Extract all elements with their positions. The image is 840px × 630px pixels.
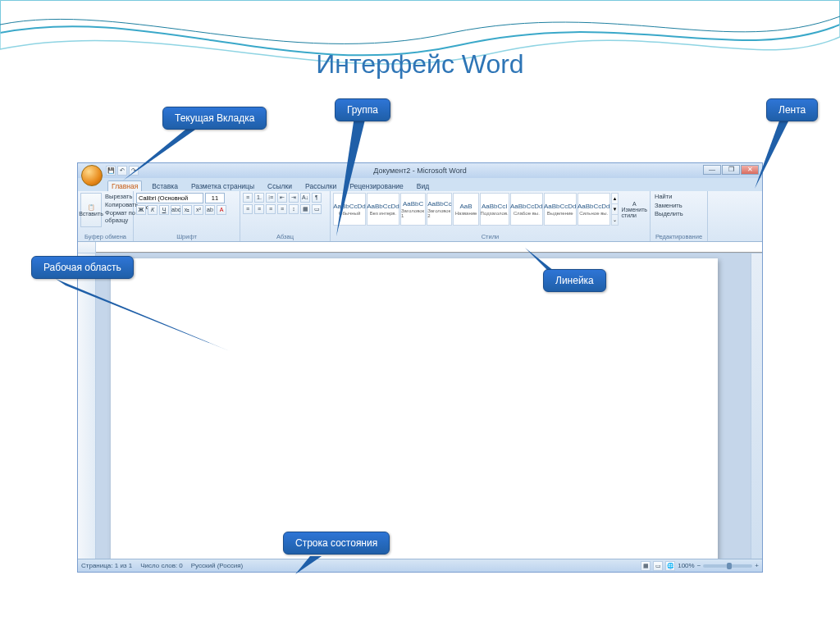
- document-area: [78, 253, 762, 559]
- minimize-button[interactable]: —: [703, 165, 721, 175]
- numbering-button[interactable]: 1.: [254, 193, 264, 203]
- bold-button[interactable]: Ж: [136, 205, 146, 215]
- style-intense-emphasis[interactable]: AaBbCcDdСильное вы.: [578, 193, 610, 226]
- view-print-layout-icon[interactable]: ▦: [641, 561, 651, 571]
- group-font: Calibri (Основной текст) 11 Ж К Ч abc x₂…: [134, 191, 240, 241]
- justify-button[interactable]: ≡: [277, 204, 287, 214]
- paste-button[interactable]: 📋 Вставить: [80, 193, 102, 227]
- titlebar: 💾 ↶ ↷ Документ2 - Microsoft Word — ❐ ✕: [78, 163, 762, 178]
- callout-ruler-text: Линейка: [555, 275, 594, 286]
- group-paragraph: ≡ 1. ⁝≡ ⇤ ⇥ A↓ ¶ ≡ ≡ ≡ ≡ ↕ ▦ ▭ Абзац: [240, 191, 331, 241]
- group-paragraph-label: Абзац: [243, 232, 327, 241]
- status-words[interactable]: Число слов: 0: [140, 562, 183, 569]
- tab-mailings[interactable]: Рассылки: [302, 181, 340, 191]
- vertical-ruler[interactable]: [78, 253, 96, 559]
- indent-inc-button[interactable]: ⇥: [289, 193, 299, 203]
- zoom-controls: ▦ ▭ 🌐 100% − +: [641, 561, 759, 571]
- style-title[interactable]: AaBНазвание: [453, 193, 478, 226]
- callout-ribbon-text: Лента: [778, 104, 806, 116]
- group-styles-label: Стили: [333, 232, 647, 241]
- style-subtle-emphasis[interactable]: AaBbCcDdСлабое вы.: [510, 193, 543, 226]
- paste-label: Вставить: [79, 211, 103, 217]
- slide-title: Интерфейс Word: [0, 49, 840, 80]
- callout-status-bar-text: Строка состояния: [295, 537, 377, 549]
- word-window: 💾 ↶ ↷ Документ2 - Microsoft Word — ❐ ✕ Г…: [77, 162, 763, 573]
- group-editing: Найти Заменить Выделить Редактирование: [651, 191, 708, 241]
- style-normal[interactable]: AaBbCcDdОбычный: [333, 193, 366, 226]
- group-styles: AaBbCcDdОбычный AaBbCcDdБез интерв. AaBb…: [331, 191, 651, 241]
- document-page[interactable]: [111, 258, 718, 559]
- change-styles-button[interactable]: A Изменить стили: [621, 193, 647, 226]
- view-web-icon[interactable]: 🌐: [665, 561, 675, 571]
- font-name-select[interactable]: Calibri (Основной текст): [136, 193, 203, 203]
- shading-button[interactable]: ▦: [300, 204, 310, 214]
- bullets-button[interactable]: ≡: [243, 193, 253, 203]
- font-size-select[interactable]: 11: [205, 193, 225, 203]
- horizontal-ruler[interactable]: [78, 242, 762, 253]
- style-no-spacing[interactable]: AaBbCcDdБез интерв.: [367, 193, 399, 226]
- ruler-track[interactable]: [96, 242, 762, 253]
- style-subtitle[interactable]: AaBbCcIПодзаголов.: [480, 193, 509, 226]
- callout-ribbon: Лента: [766, 98, 818, 121]
- ruler-corner: [78, 242, 96, 253]
- align-left-button[interactable]: ≡: [243, 204, 253, 214]
- group-clipboard-label: Буфер обмена: [80, 232, 130, 241]
- select-button[interactable]: Выделить: [655, 210, 705, 219]
- zoom-out-button[interactable]: −: [697, 562, 701, 569]
- view-reading-icon[interactable]: ▭: [653, 561, 663, 571]
- find-button[interactable]: Найти: [655, 193, 705, 202]
- group-editing-label: Редактирование: [653, 232, 705, 241]
- tab-review[interactable]: Рецензирование: [346, 181, 407, 191]
- multilevel-button[interactable]: ⁝≡: [266, 193, 276, 203]
- paste-icon: 📋: [88, 204, 95, 211]
- indent-dec-button[interactable]: ⇤: [277, 193, 287, 203]
- change-styles-icon: A: [632, 201, 637, 207]
- group-clipboard: 📋 Вставить Вырезать Копировать Формат по…: [78, 191, 134, 241]
- strike-button[interactable]: abc: [171, 205, 180, 215]
- replace-button[interactable]: Заменить: [655, 202, 705, 211]
- status-language[interactable]: Русский (Россия): [191, 562, 243, 569]
- tab-view[interactable]: Вид: [413, 181, 432, 191]
- maximize-button[interactable]: ❐: [722, 165, 740, 175]
- font-color-button[interactable]: A: [217, 205, 226, 215]
- style-emphasis[interactable]: AaBbCcDdВыделение: [544, 193, 577, 226]
- tab-home[interactable]: Главная: [107, 180, 142, 191]
- status-bar: Страница: 1 из 1 Число слов: 0 Русский (…: [78, 559, 762, 572]
- style-heading1[interactable]: AaBbCЗаголовок 1: [400, 193, 426, 226]
- italic-button[interactable]: К: [148, 205, 158, 215]
- zoom-slider[interactable]: [703, 564, 752, 568]
- zoom-in-button[interactable]: +: [755, 562, 759, 569]
- line-spacing-button[interactable]: ↕: [289, 204, 299, 214]
- status-page[interactable]: Страница: 1 из 1: [81, 562, 132, 569]
- callout-work-area: Рабочая область: [31, 256, 134, 279]
- tab-insert[interactable]: Вставка: [148, 181, 181, 191]
- zoom-level[interactable]: 100%: [678, 562, 694, 569]
- callout-group-text: Группа: [347, 104, 378, 116]
- underline-button[interactable]: Ч: [159, 205, 169, 215]
- callout-status-bar: Строка состояния: [283, 532, 390, 555]
- tab-references[interactable]: Ссылки: [264, 181, 295, 191]
- tab-page-layout[interactable]: Разметка страницы: [188, 181, 258, 191]
- vertical-scrollbar[interactable]: [751, 253, 762, 559]
- close-button[interactable]: ✕: [741, 165, 759, 175]
- ribbon-tabs: Главная Вставка Разметка страницы Ссылки…: [78, 178, 762, 191]
- styles-scroll[interactable]: ▲▼⌄: [611, 193, 619, 226]
- page-viewport[interactable]: [96, 253, 751, 559]
- borders-button[interactable]: ▭: [312, 204, 322, 214]
- callout-current-tab: Текущая Вкладка: [162, 107, 267, 130]
- callout-group: Группа: [335, 98, 390, 121]
- style-heading2[interactable]: AaBbCcЗаголовок 2: [427, 193, 452, 226]
- group-font-label: Шрифт: [136, 232, 237, 241]
- callout-ruler: Линейка: [543, 269, 606, 292]
- align-right-button[interactable]: ≡: [266, 204, 276, 214]
- styles-gallery: AaBbCcDdОбычный AaBbCcDdБез интерв. AaBb…: [333, 193, 647, 226]
- highlight-button[interactable]: ab: [205, 205, 215, 215]
- align-center-button[interactable]: ≡: [254, 204, 264, 214]
- subscript-button[interactable]: x₂: [182, 205, 192, 215]
- sort-button[interactable]: A↓: [300, 193, 310, 203]
- office-button[interactable]: [81, 165, 103, 186]
- callout-work-area-text: Рабочая область: [43, 262, 121, 273]
- show-marks-button[interactable]: ¶: [312, 193, 322, 203]
- superscript-button[interactable]: x²: [194, 205, 203, 215]
- callout-current-tab-text: Текущая Вкладка: [175, 112, 254, 124]
